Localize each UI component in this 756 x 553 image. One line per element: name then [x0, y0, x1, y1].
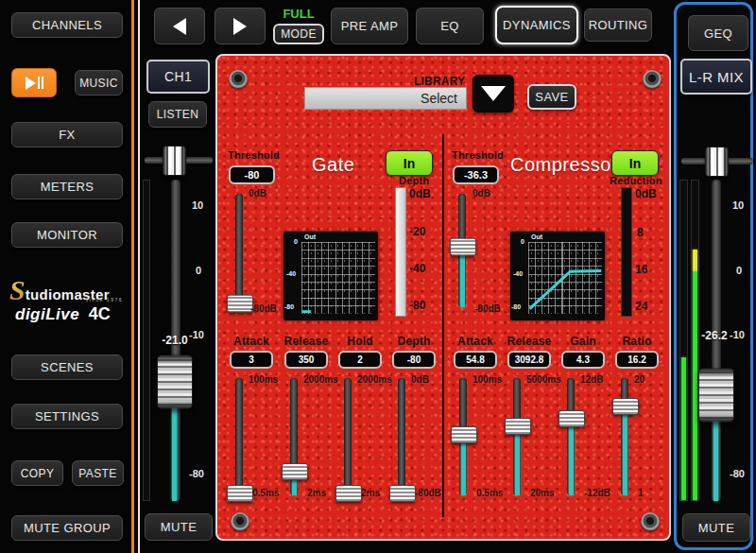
master-fader-knob[interactable]	[698, 368, 734, 422]
param-handle[interactable]	[227, 485, 253, 502]
param-slider[interactable]	[558, 378, 584, 495]
gate-in-label: In	[404, 156, 415, 171]
brand-tagline: since 1976	[86, 297, 123, 302]
mute-group-label: MUTE GROUP	[24, 521, 111, 535]
listen-label: LISTEN	[157, 108, 198, 121]
param-handle[interactable]	[558, 410, 585, 427]
param-slider[interactable]	[450, 378, 476, 495]
settings-button[interactable]: SETTINGS	[11, 404, 123, 429]
gate-curve	[301, 242, 375, 314]
listen-button[interactable]: LISTEN	[148, 101, 207, 128]
param-range-top: 2000ms	[357, 374, 392, 385]
white-divider	[138, 0, 140, 553]
master-pan-knob[interactable]	[705, 147, 729, 177]
compressor-threshold-teal	[460, 247, 465, 307]
music-button[interactable]: MUSIC	[75, 70, 123, 95]
param-value: 54.8	[454, 351, 497, 369]
param-range-top: 5000ms	[526, 374, 561, 385]
param-handle[interactable]	[505, 418, 531, 435]
tab-dynamics-label: DYNAMICS	[503, 18, 571, 32]
graph-out-label: Out	[304, 233, 316, 240]
dynamics-panel: LIBRARY Select SAVE Gate In Threshold -8…	[215, 54, 671, 541]
master-select-button[interactable]: L-R MIX	[680, 59, 752, 95]
master-mute-button[interactable]: MUTE	[682, 513, 750, 542]
compressor-threshold-handle[interactable]	[450, 238, 476, 256]
gate-meter-tick: -20	[409, 225, 425, 238]
param-slider[interactable]	[335, 378, 361, 495]
param-handle[interactable]	[335, 485, 362, 502]
compressor-threshold-value: -36.3	[453, 165, 499, 184]
save-button[interactable]: SAVE	[527, 84, 576, 110]
master-fader[interactable]: -26.2	[692, 180, 739, 501]
channels-button[interactable]: CHANNELS	[11, 12, 123, 38]
param-slider[interactable]	[226, 378, 252, 495]
param-teal	[623, 406, 627, 495]
play-pause-button[interactable]	[11, 68, 57, 97]
gate-threshold-handle[interactable]	[227, 295, 253, 313]
save-label: SAVE	[535, 90, 568, 104]
gate-depth-meter	[395, 187, 406, 317]
compressor-threshold-slider[interactable]	[450, 194, 474, 307]
prev-channel-button[interactable]	[154, 8, 205, 44]
param-range-top: 100ms	[472, 374, 502, 385]
mode-button[interactable]: MODE	[273, 24, 324, 44]
library-dropdown-button[interactable]	[472, 75, 514, 112]
screw-icon	[643, 70, 662, 89]
tab-preamp[interactable]: PRE AMP	[331, 8, 408, 44]
compressor-title: Compressor	[510, 154, 618, 176]
left-fader-knob[interactable]	[157, 355, 193, 409]
mute-group-button[interactable]: MUTE GROUP	[11, 515, 123, 541]
meters-button[interactable]: METERS	[11, 174, 123, 199]
monitor-label: MONITOR	[37, 228, 97, 242]
reduction-meter	[621, 187, 632, 317]
library-select[interactable]: Select	[304, 87, 467, 110]
monitor-button[interactable]: MONITOR	[11, 222, 123, 248]
param-range-top: 100ms	[249, 374, 278, 385]
next-channel-button[interactable]	[215, 8, 266, 44]
paste-button[interactable]: PASTE	[72, 460, 124, 486]
library-label: LIBRARY	[414, 75, 465, 88]
sidebar: CHANNELS MUSIC FX METERS MONITOR Studiom…	[0, 0, 130, 553]
left-fader[interactable]: -21.0	[151, 180, 198, 501]
param-label: Depth	[389, 335, 438, 348]
gate-release-control: Release 350 2000ms 2ms	[281, 335, 337, 501]
paste-label: PASTE	[78, 467, 116, 480]
brand-logo: Studiomaster since 1976	[9, 274, 127, 302]
param-handle[interactable]	[612, 398, 639, 415]
pan-knob[interactable]	[163, 146, 186, 176]
param-handle[interactable]	[282, 463, 308, 480]
param-handle[interactable]	[451, 426, 477, 443]
copy-label: COPY	[21, 467, 55, 480]
compressor-in-button[interactable]: In	[611, 150, 659, 176]
master-name: L-R MIX	[689, 69, 744, 85]
fx-button[interactable]: FX	[11, 122, 123, 147]
geq-button[interactable]: GEQ	[688, 15, 748, 51]
param-label: Attack	[227, 335, 276, 348]
copy-button[interactable]: COPY	[11, 460, 63, 486]
gate-in-button[interactable]: In	[386, 150, 433, 176]
gate-threshold-slider[interactable]	[227, 194, 251, 307]
left-mute-button[interactable]: MUTE	[145, 513, 213, 541]
param-slider[interactable]	[611, 378, 638, 495]
left-fader-value: -21.0	[154, 334, 196, 347]
param-handle[interactable]	[389, 485, 416, 502]
gate-title: Gate	[312, 154, 354, 176]
tab-eq[interactable]: EQ	[416, 8, 484, 44]
gate-meter-tick: 0dB	[409, 187, 431, 200]
param-slider[interactable]	[281, 378, 307, 495]
settings-label: SETTINGS	[35, 409, 99, 423]
param-range-bottom: 2ms	[307, 488, 326, 498]
param-value: 3	[230, 351, 273, 369]
graph-ytick: -80	[511, 303, 521, 310]
param-slider[interactable]	[504, 378, 530, 495]
tab-dynamics[interactable]: DYNAMICS	[495, 6, 578, 44]
reduction-meter-label: Reduction	[610, 175, 662, 186]
param-slider[interactable]	[388, 378, 415, 495]
screw-icon	[641, 512, 660, 531]
channel-select-button[interactable]: CH1	[146, 60, 210, 94]
param-range-bottom: 0.5ms	[476, 488, 503, 498]
chevron-down-icon	[481, 86, 506, 101]
tab-routing[interactable]: ROUTING	[584, 9, 652, 42]
scenes-button[interactable]: SCENES	[11, 354, 123, 380]
gate-attack-control: Attack 3 100ms 0.5ms	[226, 335, 283, 501]
